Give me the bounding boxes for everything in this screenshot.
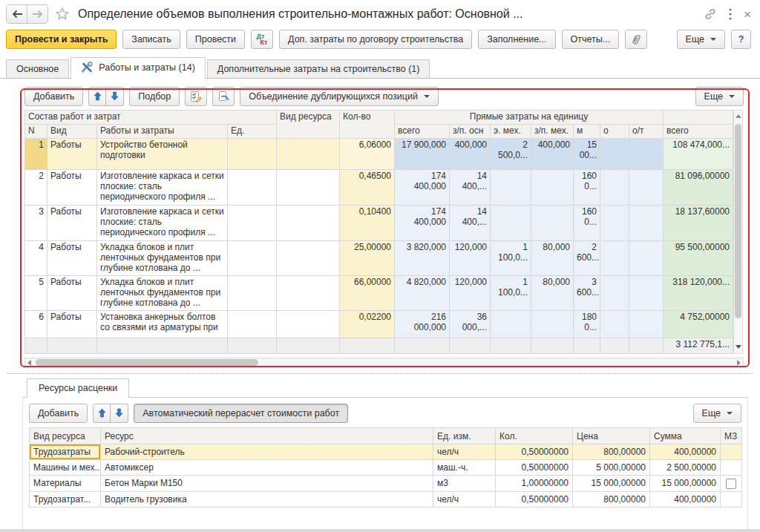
- auto-recalc-button[interactable]: Автоматический перерасчет стоимости рабо…: [134, 404, 348, 423]
- resources-more-button[interactable]: Еще: [693, 404, 741, 423]
- col-zp-osn: з/п. осн: [450, 125, 491, 139]
- col-qty: Кол.: [496, 428, 573, 444]
- attachment-button[interactable]: [625, 30, 647, 49]
- col-group-composition: Состав работ и затрат: [25, 111, 277, 125]
- col-group-direct-costs: Прямые затраты на единицу: [395, 111, 664, 125]
- resource-row[interactable]: Машины и мех... Автомиксер маш.-ч. 0,500…: [30, 460, 742, 476]
- scroll-down-icon[interactable]: [736, 345, 741, 349]
- works-table-wrap: Состав работ и затрат Вид ресурса Кол-во…: [24, 110, 744, 354]
- col-mz: МЗ: [721, 428, 742, 444]
- work-area: Добавить Подбор Объединение дублирующихс…: [0, 86, 760, 532]
- main-toolbar: Провести и закрыть Записать Провести ДтК…: [0, 28, 760, 54]
- resources-header: Вид ресурса Ресурс Ед. изм. Кол. Цена Су…: [30, 428, 742, 444]
- horizontal-scrollbar[interactable]: [24, 358, 744, 367]
- caret-down-icon: [727, 412, 733, 415]
- works-row[interactable]: 5 Работы Укладка блоков и плит ленточных…: [25, 276, 733, 311]
- col-m: м: [574, 125, 600, 139]
- col-resource-type: Вид ресурса: [277, 111, 340, 139]
- resource-row[interactable]: Материалы Бетон Марки М150 м3 1,00000000…: [30, 476, 742, 492]
- col-qty: Кол-во: [340, 111, 395, 139]
- col-price: Цена: [573, 428, 650, 444]
- merge-duplicates-button[interactable]: Объединение дублирующихся позиций: [240, 87, 439, 106]
- resources-move-up-button[interactable]: [93, 404, 111, 423]
- works-more-button[interactable]: Еще: [695, 87, 744, 106]
- copy-rows-button[interactable]: [212, 87, 235, 106]
- works-row[interactable]: 2 Работы Изготовление каркаса и сетки пл…: [25, 170, 733, 206]
- more-button[interactable]: Еще: [677, 30, 725, 49]
- resources-move-down-button[interactable]: [111, 404, 128, 423]
- works-row[interactable]: 4 Работы Укладка блоков и плит ленточных…: [25, 241, 733, 276]
- resources-move-group: [93, 404, 128, 423]
- dtkt-icon: ДтКт: [257, 33, 268, 45]
- tab-works[interactable]: Работы и затраты (14): [71, 57, 206, 79]
- menu-kebab-icon[interactable]: [729, 8, 732, 20]
- link-icon[interactable]: [704, 7, 717, 21]
- works-table: Состав работ и затрат Вид ресурса Кол-во…: [24, 110, 733, 354]
- vertical-scroll-thumb[interactable]: [735, 124, 741, 318]
- resources-table: Вид ресурса Ресурс Ед. изм. Кол. Цена Су…: [29, 427, 742, 508]
- col-e-meh: э. мех.: [491, 125, 531, 139]
- resources-add-button[interactable]: Добавить: [29, 404, 88, 423]
- col-kind: Вид: [48, 125, 97, 139]
- vertical-scrollbar[interactable]: [733, 110, 743, 354]
- works-toolbar: Добавить Подбор Объединение дублирующихс…: [24, 86, 744, 106]
- col-unit: Ед.: [228, 125, 277, 139]
- col-o: о: [600, 125, 629, 139]
- col-zp-meh: з/п. мех.: [531, 125, 574, 139]
- resource-row[interactable]: Трудозатраты Рабочий-строитель чел/ч 0,5…: [30, 444, 742, 460]
- works-row[interactable]: 6 Работы Установка анкерных болтов со св…: [25, 311, 733, 338]
- col-sum: всего: [664, 125, 733, 139]
- works-row[interactable]: 1 Работы Устройство бетонной подготовки …: [25, 139, 733, 170]
- dtkt-button[interactable]: ДтКт: [251, 30, 273, 49]
- pick-button[interactable]: Подбор: [129, 87, 180, 106]
- mz-checkbox[interactable]: [726, 479, 736, 489]
- works-grand-total: 3 112 775,1...: [664, 338, 733, 354]
- paperclip-icon: [629, 32, 643, 47]
- scroll-left-icon[interactable]: [27, 360, 31, 366]
- col-name: Работы и затраты: [97, 125, 228, 139]
- fill-button[interactable]: Заполнение...: [478, 30, 555, 49]
- scroll-up-icon[interactable]: [736, 114, 741, 118]
- col-total: всего: [395, 125, 450, 139]
- works-move-down-button[interactable]: [106, 87, 124, 106]
- tools-icon: [81, 62, 94, 73]
- back-button[interactable]: [7, 5, 27, 23]
- resources-panel: Ресурсы расценки Добавить Автоматический…: [22, 378, 748, 532]
- col-group-right-empty: [664, 111, 733, 125]
- help-button[interactable]: ?: [731, 30, 751, 49]
- works-row[interactable]: 3 Работы Изготовление каркаса и сетки пл…: [25, 206, 733, 241]
- scroll-right-icon[interactable]: [737, 360, 741, 366]
- works-add-button[interactable]: Добавить: [24, 87, 83, 106]
- tab-strip: Основное Работы и затраты (14) Дополните…: [0, 54, 760, 79]
- works-move-group: [88, 87, 124, 106]
- panel-splitter[interactable]: [7, 373, 753, 374]
- fill-table-button[interactable]: [185, 87, 207, 106]
- works-header-groups: Состав работ и затрат Вид ресурса Кол-во…: [25, 111, 733, 125]
- save-button[interactable]: Записать: [122, 30, 180, 49]
- additional-costs-button[interactable]: Доп. затраты по договору строительства: [279, 30, 472, 49]
- forward-button[interactable]: [27, 5, 48, 23]
- favorite-star-icon[interactable]: [54, 6, 71, 22]
- checklist-pencil-icon: [190, 91, 203, 102]
- window-bottom-edge: [0, 529, 760, 532]
- caret-down-icon: [710, 38, 716, 41]
- post-and-close-button[interactable]: Провести и закрыть: [6, 30, 117, 49]
- col-ot: о/т: [629, 125, 664, 139]
- window-titlebar: Определение объемов выполнения строитель…: [0, 0, 760, 28]
- page-arrow-icon: [217, 91, 229, 102]
- reports-button[interactable]: Отчеты...: [562, 30, 620, 49]
- nav-history-group: [6, 4, 48, 24]
- caret-down-icon: [424, 95, 430, 98]
- forward-arrow-icon: [32, 10, 44, 19]
- col-resource: Ресурс: [101, 428, 433, 444]
- tab-main[interactable]: Основное: [6, 59, 69, 78]
- post-button[interactable]: Провести: [186, 30, 245, 49]
- resource-row[interactable]: Трудозатрат... Водитель грузовика чел/ч …: [30, 491, 742, 507]
- back-arrow-icon: [11, 10, 23, 19]
- works-footer-row: 3 112 775,1...: [25, 338, 733, 354]
- window-close-button[interactable]: ×: [744, 8, 751, 21]
- works-move-up-button[interactable]: [88, 87, 106, 106]
- tab-resources[interactable]: Ресурсы расценки: [27, 378, 129, 398]
- tab-additional-costs[interactable]: Дополнительные затраты на строительство …: [207, 59, 430, 78]
- horizontal-scroll-thumb[interactable]: [36, 359, 258, 366]
